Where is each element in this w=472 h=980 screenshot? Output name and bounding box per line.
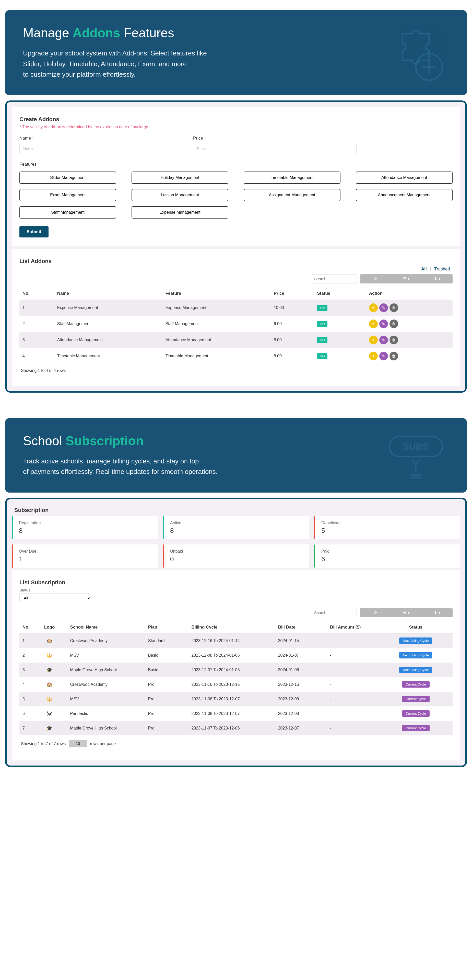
edit-button[interactable]: ✎ (379, 336, 388, 344)
trash-icon: 🗑 (392, 305, 396, 310)
cell-price: 8.00 (271, 332, 314, 348)
feature-button[interactable]: Timetable Management (244, 172, 341, 184)
edit-button[interactable]: ✎ (379, 352, 388, 360)
price-input[interactable] (193, 143, 356, 154)
feature-button[interactable]: Attendance Management (356, 172, 453, 184)
tabs-row: All | Trashed (19, 267, 453, 272)
cell-no: 6 (19, 706, 41, 721)
feature-button[interactable]: Assignment Management (244, 189, 341, 201)
feature-button[interactable]: Exam Management (19, 189, 116, 201)
stat-label: Over Due (19, 549, 152, 554)
star-button[interactable]: ✦ (369, 320, 378, 328)
cell-no: 2 (19, 648, 41, 663)
stat-label: Active (170, 521, 303, 525)
cell-billdate: 2024-01-06 (275, 663, 327, 677)
tab-all[interactable]: All (421, 267, 427, 272)
star-button[interactable]: ✦ (369, 336, 378, 344)
cell-amount: - (327, 648, 379, 663)
rows-per-page-input[interactable] (69, 740, 87, 748)
trash-button[interactable]: 🗑 (390, 336, 398, 344)
cell-plan: Pro (145, 721, 188, 735)
trash-button[interactable]: 🗑 (390, 352, 398, 360)
cell-status: Yes (314, 332, 366, 348)
list-icon: ☰ ▾ (403, 610, 410, 615)
cell-logo: 🔱 (41, 648, 67, 663)
name-input[interactable] (19, 143, 183, 154)
hero-addons: Manage Addons Features Upgrade your scho… (5, 10, 467, 95)
hero-title-pre: Manage (23, 26, 73, 40)
col-no: No. (19, 287, 54, 300)
hero2-title-accent: Subscription (66, 434, 144, 448)
sub-search-input[interactable] (311, 608, 357, 617)
status-pill: Current Cycle (402, 725, 429, 731)
stat-value: 0 (170, 555, 303, 563)
cell-cycle: 2023-11-08 To 2023-12-07 (188, 692, 275, 706)
stat-card: Registration8 (12, 516, 158, 539)
stat-label: Unpaid (170, 549, 303, 554)
download-icon: ⬇ ▾ (434, 610, 440, 615)
status-filter-label: Status (19, 588, 453, 592)
col-status: Status (379, 621, 453, 634)
hero-desc: Upgrade your school system with Add-ons!… (23, 48, 352, 80)
sub-refresh-button[interactable]: ⟳ (360, 608, 391, 617)
cell-action: ✦ ✎ 🗑 (366, 316, 453, 332)
cell-name: Attendance Management (54, 332, 162, 348)
col-price: Price (271, 287, 314, 300)
hero-desc-l3: to customize your platform effortlessly. (23, 70, 136, 78)
trash-icon: 🗑 (392, 354, 396, 358)
cell-school: MSV (67, 648, 145, 663)
edit-icon: ✎ (382, 305, 385, 310)
edit-button[interactable]: ✎ (379, 320, 388, 328)
star-button[interactable]: ✦ (369, 352, 378, 360)
cell-cycle: 2023-11-16 To 2023-12-15 (188, 677, 275, 692)
stat-value: 8 (170, 527, 303, 535)
col-action: Action (366, 287, 453, 300)
col-feature: Feature (162, 287, 271, 300)
feature-button[interactable]: Holiday Management (131, 172, 228, 184)
hero-desc-l2: Slider, Holiday, Timetable, Attendance, … (23, 60, 187, 68)
feature-button[interactable]: Lesson Management (131, 189, 228, 201)
trash-icon: 🗑 (392, 338, 396, 342)
sub-footer: Showing 1 to 7 of 7 rows rows per page (19, 736, 453, 751)
cell-plan: Standard (145, 633, 188, 648)
cell-status: Next Billing Cycle (379, 633, 453, 648)
submit-button[interactable]: Submit (19, 226, 49, 237)
cell-action: ✦ ✎ 🗑 (366, 299, 453, 316)
columns-button[interactable]: ☰ ▾ (391, 274, 422, 283)
sub-export-button[interactable]: ⬇ ▾ (422, 608, 453, 617)
school-logo-icon: 🐼 (44, 710, 54, 717)
cell-no: 2 (19, 316, 54, 332)
download-icon: ⬇ ▾ (434, 276, 440, 281)
sub-footer-label: rows per page (90, 741, 116, 746)
create-addons-card: Create Addons * The validity of add-on i… (12, 107, 460, 247)
trash-button[interactable]: 🗑 (390, 304, 398, 312)
cell-no: 1 (19, 633, 41, 648)
feature-button[interactable]: Slider Management (19, 172, 116, 184)
hero-title-post: Features (120, 26, 174, 40)
stat-value: 6 (321, 555, 454, 563)
feature-button[interactable]: Staff Management (19, 206, 116, 218)
table-row: 6 🐼 Pandastic Pro 2023-11-08 To 2023-12-… (19, 706, 453, 721)
trash-button[interactable]: 🗑 (390, 320, 398, 328)
col-no: No. (19, 621, 41, 634)
feature-button[interactable]: Expense Management (131, 206, 228, 218)
addons-search-input[interactable] (311, 274, 357, 283)
school-logo-icon: 🏫 (44, 637, 54, 644)
feature-button[interactable]: Announcement Management (356, 189, 453, 201)
cell-feature: Expense Management (162, 299, 271, 316)
export-button[interactable]: ⬇ ▾ (422, 274, 453, 283)
status-filter[interactable]: All (19, 593, 91, 603)
edit-button[interactable]: ✎ (379, 304, 388, 312)
status-pill: Next Billing Cycle (399, 667, 432, 673)
sub-columns-button[interactable]: ☰ ▾ (391, 608, 422, 617)
stat-card: Paid6 (314, 544, 460, 568)
tab-trashed[interactable]: Trashed (434, 267, 450, 272)
subscription-table: No. Logo School Name Plan Billing Cycle … (19, 621, 453, 736)
cell-status: Current Cycle (379, 677, 453, 692)
refresh-button[interactable]: ⟳ (360, 274, 391, 283)
addons-panel: Create Addons * The validity of add-on i… (5, 100, 467, 393)
school-logo-icon: 🔱 (44, 695, 54, 703)
name-label: Name * (19, 136, 183, 141)
star-button[interactable]: ✦ (369, 304, 378, 312)
subscription-icon: SUBS (383, 428, 449, 486)
